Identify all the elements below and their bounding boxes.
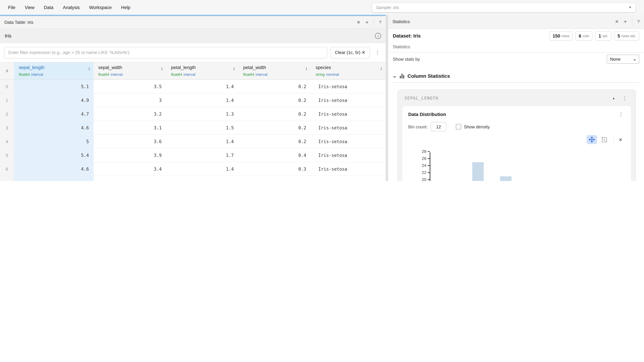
row-index: 6: [0, 162, 14, 176]
y-tick-label: 20: [414, 177, 426, 181]
close-icon[interactable]: ✕: [615, 19, 619, 24]
column-header-petal_width[interactable]: petal_widthfloat64interval↕: [238, 62, 311, 79]
close-icon[interactable]: ✕: [357, 20, 360, 25]
sort-icon[interactable]: ↕: [380, 66, 382, 71]
show-stats-by-select[interactable]: None ⌄: [607, 54, 639, 63]
table-row[interactable]: 05.13.51.40.2Iris-setosa: [0, 80, 386, 93]
card-menu-icon[interactable]: ⋮: [620, 95, 629, 101]
table-row[interactable]: 64.63.41.40.3Iris-setosa: [0, 162, 386, 176]
sort-icon[interactable]: ↕: [233, 66, 235, 71]
y-tick: [428, 172, 430, 173]
cell: 1.4: [166, 80, 238, 93]
column-header-petal_length[interactable]: petal_lengthfloat64interval↕: [166, 62, 238, 79]
y-tick-label: 28: [414, 149, 426, 154]
histogram-bar[interactable]: [500, 176, 512, 181]
table-row[interactable]: 14.931.40.2Iris-setosa: [0, 93, 386, 107]
cell: 4.9: [14, 93, 94, 107]
table-row[interactable]: 34.63.11.50.2Iris-setosa: [0, 121, 386, 135]
sort-icon[interactable]: ↕: [88, 66, 90, 71]
index-column-header: #: [0, 62, 14, 79]
column-header-species[interactable]: speciesstringnominal↕: [311, 62, 386, 79]
move-icon: [589, 137, 595, 142]
table-row[interactable]: 55.43.91.70.4Iris-setosa: [0, 148, 386, 162]
cell: 3.4: [94, 162, 166, 176]
cell: 1.7: [166, 148, 238, 162]
box-select-tool-button[interactable]: [599, 135, 610, 144]
y-tick: [428, 165, 430, 166]
column-statistics-heading[interactable]: ⌄ Column Statistics: [388, 65, 644, 82]
dataset-badge-rowssel: 5rows sel.: [614, 31, 639, 40]
menu-item-data[interactable]: Data: [39, 5, 58, 10]
menu-item-workspace[interactable]: Workspace: [84, 5, 116, 10]
bin-count-input[interactable]: [431, 122, 446, 131]
box-select-icon: [602, 137, 607, 142]
column-header-sepal_length[interactable]: sepal_lengthfloat64interval↕: [14, 62, 94, 79]
column-card-sepal-length: SEPAL_LENGTH ▲ ⋮ Data Distribution ⋮ Bin…: [398, 89, 636, 181]
clear-filter-button[interactable]: Clear (1c, 5r) ✕: [330, 47, 370, 58]
column-header-sepal_width[interactable]: sepal_widthfloat64interval↕: [94, 62, 166, 79]
dataset-badge-cols: 6cols: [576, 31, 592, 40]
chevron-down-icon: ⌄: [632, 57, 636, 61]
bin-count-label: Bin count:: [408, 124, 428, 129]
add-panel-icon[interactable]: +: [624, 18, 627, 25]
close-chart-icon[interactable]: ✕: [617, 137, 624, 142]
cell: 1.5: [166, 121, 238, 134]
cell: Iris-setosa: [311, 162, 386, 176]
distribution-menu-icon[interactable]: ⋮: [617, 111, 625, 117]
menu-item-view[interactable]: View: [20, 5, 39, 10]
cell: Iris-setosa: [311, 148, 386, 162]
sort-icon[interactable]: ↕: [306, 66, 308, 71]
badge-unit: cols: [582, 34, 589, 38]
dataset-badges: 150rows6cols1sel.5rows sel.: [549, 31, 639, 40]
cell: 0.2: [238, 93, 311, 107]
sample-select-value: Sample: Iris: [376, 5, 399, 10]
menu-item-help[interactable]: Help: [116, 5, 135, 10]
cell: 3.9: [94, 148, 166, 162]
cell: 0.3: [238, 162, 311, 176]
table-menu-icon[interactable]: ⋮: [373, 49, 382, 55]
collapse-icon[interactable]: ▲: [612, 96, 615, 100]
column-types: float64interval: [171, 72, 234, 76]
help-icon[interactable]: ?: [637, 19, 640, 24]
cell: 5: [14, 135, 94, 148]
cell: 0.2: [238, 107, 311, 121]
cell: 4.6: [14, 121, 94, 134]
cell: 4.7: [14, 107, 94, 121]
statistics-panel: Statistics ✕ + ? Dataset: Iris 150rows6c…: [388, 15, 644, 181]
cell: 5.1: [14, 80, 94, 93]
menu-item-analysis[interactable]: Analysis: [58, 5, 84, 10]
data-table: #sepal_lengthfloat64interval↕sepal_width…: [0, 62, 386, 181]
table-row[interactable]: 453.61.40.2Iris-setosa: [0, 135, 386, 148]
table-row[interactable]: 24.73.21.30.2Iris-setosa: [0, 107, 386, 121]
y-tick: [428, 179, 430, 180]
column-role: interval: [111, 72, 122, 76]
cell: 0.2: [238, 176, 311, 181]
histogram-bar[interactable]: [472, 162, 484, 181]
cell: 0.2: [238, 80, 311, 93]
sample-dataset-select[interactable]: Sample: Iris ▼: [372, 2, 636, 12]
cell: Iris-setosa: [311, 176, 386, 181]
panel-title: Data Table: Iris: [4, 20, 33, 25]
pan-tool-button[interactable]: [587, 135, 597, 144]
cell: 5: [14, 176, 94, 181]
cell: 1.4: [166, 135, 238, 148]
help-icon[interactable]: ?: [379, 20, 381, 25]
table-row[interactable]: 753.41.50.2Iris-setosa: [0, 176, 386, 181]
header-separator: [632, 18, 632, 25]
panel-resize-divider[interactable]: [386, 15, 388, 181]
sort-icon[interactable]: ↕: [161, 66, 163, 71]
y-tick: [428, 151, 430, 152]
statistics-section-label: Statistics: [388, 43, 644, 53]
show-stats-by-label: Show stats by: [393, 56, 420, 61]
menu-item-file[interactable]: File: [3, 5, 20, 10]
info-icon[interactable]: i: [375, 33, 381, 39]
filter-expression-input[interactable]: [4, 47, 327, 58]
cell: 3.5: [94, 80, 166, 93]
app-window: FileViewDataAnalysisWorkspaceHelp Sample…: [0, 0, 644, 181]
add-panel-icon[interactable]: +: [366, 19, 368, 25]
badge-value: 1: [598, 33, 601, 38]
show-density-checkbox[interactable]: [456, 124, 461, 129]
column-dtype: string: [316, 72, 325, 76]
data-table-header: #sepal_lengthfloat64interval↕sepal_width…: [0, 62, 386, 80]
cell: 1.4: [166, 93, 238, 107]
